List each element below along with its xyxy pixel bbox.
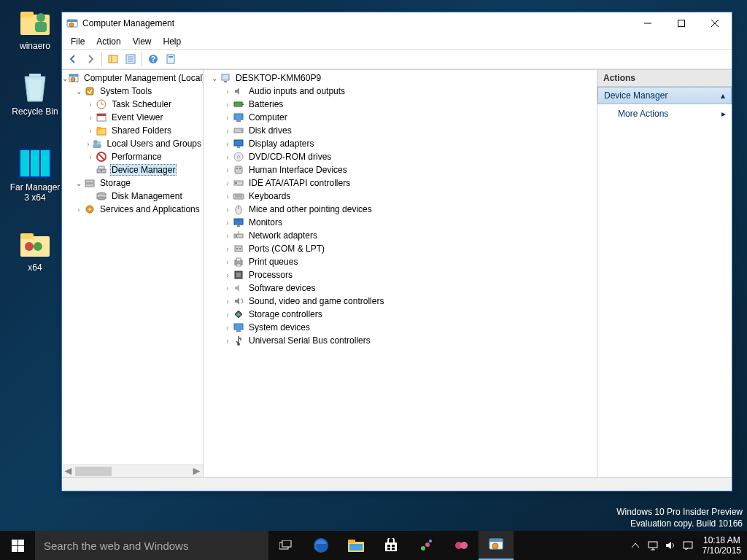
forward-button[interactable] [82, 51, 98, 67]
taskbar-app2[interactable] [444, 531, 479, 560]
device-diskdrive[interactable]: ›Disk drives [204, 124, 597, 137]
menu-action[interactable]: Action [90, 35, 126, 48]
chevron-icon[interactable]: ⌄ [62, 74, 68, 82]
chevron-icon[interactable]: › [222, 298, 233, 306]
device-cpu[interactable]: ›Processors [204, 268, 597, 281]
chevron-icon[interactable]: › [222, 337, 233, 345]
chevron-icon[interactable]: ⌄ [209, 74, 220, 82]
desktop-icon-far-manager[interactable]: Far Manager 3 x64 [7, 146, 63, 203]
chevron-icon[interactable]: › [222, 179, 233, 187]
device-computer[interactable]: ›Computer [204, 111, 597, 124]
tray-chevron-up-icon[interactable] [627, 531, 644, 560]
chevron-icon[interactable]: › [85, 140, 91, 148]
chevron-icon[interactable]: › [222, 127, 233, 135]
chevron-icon[interactable]: › [222, 206, 233, 214]
chevron-icon[interactable]: › [222, 219, 233, 227]
chevron-icon[interactable]: › [222, 166, 233, 174]
device-hid[interactable]: ›Human Interface Devices [204, 163, 597, 176]
tree-services[interactable]: ›Services and Applications [62, 203, 203, 216]
device-mouse[interactable]: ›Mice and other pointing devices [204, 203, 597, 216]
chevron-icon[interactable]: › [222, 324, 233, 332]
help-button[interactable]: ? [145, 51, 161, 67]
device-sound[interactable]: ›Sound, video and game controllers [204, 295, 597, 308]
back-button[interactable] [65, 51, 81, 67]
tray-network-icon[interactable] [644, 531, 662, 560]
chevron-icon[interactable]: › [222, 192, 233, 201]
tree-system-tools[interactable]: ⌄System Tools [62, 85, 203, 98]
tray-volume-icon[interactable] [662, 531, 679, 560]
refresh-button[interactable] [163, 51, 179, 67]
device-port[interactable]: ›Ports (COM & LPT) [204, 242, 597, 255]
maximize-button[interactable] [665, 12, 698, 34]
start-button[interactable] [0, 531, 35, 560]
titlebar[interactable]: Computer Management [62, 12, 732, 34]
chevron-icon[interactable]: ⌄ [74, 179, 84, 187]
chevron-icon[interactable]: › [222, 101, 233, 109]
properties-button[interactable] [123, 51, 139, 67]
chevron-icon[interactable]: › [74, 206, 84, 214]
tree-event[interactable]: ›Event Viewer [62, 111, 203, 124]
taskbar-search[interactable]: Search the web and Windows [35, 531, 268, 560]
scroll-left-icon[interactable]: ◄ [62, 465, 74, 478]
taskbar-store[interactable] [374, 531, 409, 560]
chevron-icon[interactable]: › [222, 245, 233, 253]
device-dvd[interactable]: ›DVD/CD-ROM drives [204, 150, 597, 163]
scroll-thumb[interactable] [75, 467, 112, 476]
device-audio[interactable]: ›Audio inputs and outputs [204, 85, 597, 98]
tree-disk[interactable]: Disk Management [62, 190, 203, 203]
tree-users[interactable]: ›Local Users and Groups [62, 137, 203, 150]
actions-more-actions[interactable]: More Actions ▸ [597, 104, 732, 123]
desktop-icon-winaero[interactable]: winaero [7, 4, 63, 51]
chevron-icon[interactable]: › [222, 153, 233, 161]
chevron-icon[interactable]: › [222, 284, 233, 292]
taskbar-edge[interactable] [303, 531, 338, 560]
tree-hscrollbar[interactable]: ◄ ► [62, 464, 203, 477]
chevron-icon[interactable]: › [222, 140, 233, 148]
chevron-icon[interactable]: › [222, 311, 233, 319]
device-ide[interactable]: ›IDE ATA/ATAPI controllers [204, 176, 597, 190]
device-printer[interactable]: ›Print queues [204, 255, 597, 268]
tree-devmgr[interactable]: Device Manager [62, 163, 203, 176]
actions-section-device-manager[interactable]: Device Manager ▴ [597, 87, 732, 104]
taskbar-app1[interactable] [409, 531, 444, 560]
device-root[interactable]: ⌄DESKTOP-KMM60P9 [204, 71, 597, 85]
show-hide-button[interactable] [105, 51, 121, 67]
device-keyboard[interactable]: ›Keyboards [204, 190, 597, 203]
menu-file[interactable]: File [65, 35, 90, 48]
chevron-icon[interactable]: › [222, 258, 233, 266]
chevron-icon[interactable]: › [222, 232, 233, 240]
device-usb[interactable]: ›Universal Serial Bus controllers [204, 334, 597, 347]
device-monitor[interactable]: ›Monitors [204, 216, 597, 229]
desktop-icon-x64[interactable]: x64 [7, 226, 63, 273]
chevron-icon[interactable]: › [222, 271, 233, 279]
tray-notifications-icon[interactable] [679, 531, 697, 560]
taskbar-computer-management[interactable] [479, 531, 514, 560]
minimize-button[interactable] [631, 12, 665, 34]
close-button[interactable] [698, 12, 732, 34]
taskbar-explorer[interactable] [338, 531, 374, 560]
chevron-icon[interactable]: › [85, 101, 96, 109]
chevron-icon[interactable]: › [222, 88, 233, 96]
chevron-icon[interactable]: › [85, 114, 96, 122]
device-system[interactable]: ›System devices [204, 321, 597, 334]
tree-share[interactable]: ›Shared Folders [62, 124, 203, 137]
chevron-icon[interactable]: › [222, 114, 233, 122]
tree-perf[interactable]: ›Performance [62, 150, 203, 163]
menu-help[interactable]: Help [158, 35, 187, 48]
task-view-button[interactable] [268, 531, 303, 560]
chevron-icon[interactable]: ⌄ [74, 88, 84, 96]
device-network[interactable]: ›Network adapters [204, 229, 597, 242]
chevron-icon[interactable]: › [85, 153, 96, 161]
menu-view[interactable]: View [127, 35, 158, 48]
device-battery[interactable]: ›Batteries [204, 98, 597, 111]
scroll-right-icon[interactable]: ► [190, 465, 203, 478]
tree-clock[interactable]: ›Task Scheduler [62, 98, 203, 111]
desktop-icon-recycle-bin[interactable]: Recycle Bin [7, 70, 63, 117]
tray-clock[interactable]: 10:18 AM 7/10/2015 [697, 535, 747, 556]
chevron-icon[interactable]: › [85, 127, 96, 135]
tree-storage[interactable]: ⌄Storage [62, 176, 203, 190]
tree-root[interactable]: ⌄Computer Management (Local) [62, 71, 203, 85]
device-storage[interactable]: ›Storage controllers [204, 308, 597, 321]
device-software[interactable]: ›Software devices [204, 281, 597, 295]
device-display[interactable]: ›Display adapters [204, 137, 597, 150]
